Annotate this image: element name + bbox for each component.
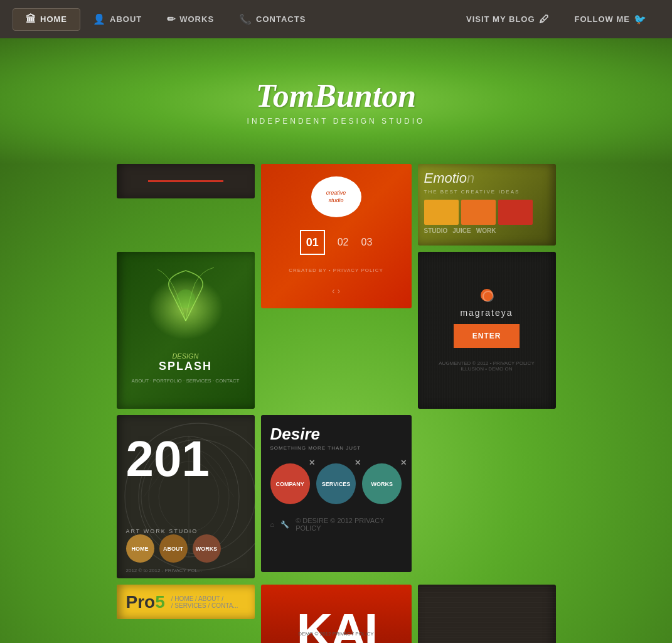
tile-red (498, 200, 533, 225)
blog-icon: 🖊 (539, 14, 550, 25)
nav-201-about[interactable]: ABOUT (159, 534, 188, 563)
num-03: 03 (361, 230, 373, 255)
emotion-title: Emotion (424, 170, 550, 186)
nav-about-label: ABOUT (110, 14, 142, 24)
pro5-prefix: Pro (126, 592, 156, 612)
tile-yellow (424, 200, 459, 225)
circle-services: services (316, 463, 356, 504)
hero-section: TomBunton INDEPENDENT DESIGN STUDIO (0, 38, 672, 164)
portfolio-item-emotion[interactable]: Emotion THE BEST CREATIVE IDEAS STUDIO J… (418, 164, 556, 246)
art-work-label: ART WORK STUDIO (126, 528, 198, 534)
nav-201-buttons: HOME ABOUT WORKS (126, 534, 221, 563)
pro5-links: / HOME / ABOUT / / SERVICES / CONTA... (171, 595, 238, 609)
site-title: TomBunton (256, 77, 416, 114)
site-subtitle: INDEPENDENT DESIGN STUDIO (247, 117, 425, 126)
nav-follow[interactable]: FOLLOW ME 🐦 (562, 8, 659, 30)
nav-home[interactable]: 🏛 HOME (13, 8, 80, 31)
portfolio-item-dark[interactable] (117, 164, 255, 198)
portfolio-area: creativestudio 01 02 03 CREATED BY • PRI… (0, 164, 672, 643)
portfolio-item-pro5[interactable]: Pro 5 / HOME / ABOUT / / SERVICES / CONT… (117, 585, 255, 619)
mag-name-label: magrateya (460, 308, 513, 318)
num-201-label: 201 (126, 434, 210, 484)
creative-arrows: ‹ › (332, 286, 340, 296)
mag-footer-text: AUGMENTED © 2012 • PRIVACY POLICYILLUSIO… (439, 360, 534, 372)
splash-text: DESIGN SPLASH ABOUT · PORTFOLIO · SERVIC… (132, 352, 240, 384)
mag-logo-icon (481, 289, 493, 301)
tile-orange (461, 200, 496, 225)
portfolio-item-magrateya[interactable]: magrateya enter AUGMENTED © 2012 • PRIVA… (418, 252, 556, 409)
nav-blog[interactable]: VISIT MY BLOG 🖊 (454, 9, 562, 30)
about-icon: 👤 (93, 13, 106, 25)
nav-home-label: HOME (40, 14, 67, 24)
svg-line-6 (189, 436, 234, 497)
orange-numbers: 01 02 03 (300, 230, 373, 255)
pro5-number: 5 (155, 592, 165, 612)
home-icon: 🏛 (26, 14, 36, 25)
main-nav: 🏛 HOME 👤 ABOUT ✏ WORKS 📞 CONTACTS VISIT … (0, 0, 672, 38)
circle-company: company (270, 463, 310, 504)
portfolio-item-interior[interactable]: Interior DEMO © 2012 PRIVACY POLICY (418, 585, 556, 643)
splash-svg (139, 264, 233, 327)
nav-201-works[interactable]: WORKS (193, 534, 221, 563)
num-02: 02 (338, 230, 349, 255)
portfolio-item-201[interactable]: 201 ART WORK STUDIO HOME ABOUT WORKS 201… (117, 415, 255, 578)
splash-nav: ABOUT · PORTFOLIO · SERVICES · CONTACT (132, 378, 240, 384)
contacts-icon: 📞 (239, 13, 252, 25)
nav-works-label: WORKS (179, 14, 214, 24)
portfolio-item-desire[interactable]: Desire SOMETHING MORE THAN JUST company … (261, 415, 412, 572)
creative-circle: creativestudio (311, 176, 361, 217)
desire-subtitle: SOMETHING MORE THAN JUST (270, 445, 402, 451)
nav-blog-label: VISIT MY BLOG (466, 14, 535, 24)
twitter-icon: 🐦 (634, 13, 647, 25)
portfolio-item-creative[interactable]: creativestudio 01 02 03 CREATED BY • PRI… (261, 164, 412, 308)
splash-design-label: DESIGN (132, 352, 240, 360)
splash-splash-label: SPLASH (132, 360, 240, 373)
svg-point-0 (176, 289, 195, 308)
red-bar (148, 180, 223, 182)
nav-201-home[interactable]: HOME (126, 534, 154, 563)
emotion-tiles (424, 200, 550, 225)
nav-contacts[interactable]: 📞 CONTACTS (227, 8, 318, 30)
circle-works: works (362, 463, 402, 504)
creative-footer: CREATED BY • PRIVACY POLICY (289, 267, 383, 273)
portfolio-item-splash[interactable]: DESIGN SPLASH ABOUT · PORTFOLIO · SERVIC… (117, 252, 255, 409)
desire-circles: company services works (270, 463, 402, 504)
nav-follow-label: FOLLOW ME (575, 14, 630, 24)
portfolio-grid: creativestudio 01 02 03 CREATED BY • PRI… (50, 164, 622, 643)
desire-title: Desire (270, 424, 402, 444)
mag-enter-button[interactable]: enter (454, 324, 520, 348)
desire-bottom-icons: ⌂ 🔧 © DESIRE © 2012 PRIVACY POLICY (270, 517, 402, 532)
emotion-labels: STUDIO JUICE WORK (424, 227, 550, 234)
emotion-subtitle: THE BEST CREATIVE IDEAS (424, 189, 550, 195)
kai-title: KAI (297, 607, 376, 643)
nav-contacts-label: CONTACTS (256, 14, 306, 24)
svg-line-5 (144, 436, 189, 497)
num-01: 01 (300, 230, 325, 255)
nav-works[interactable]: ✏ WORKS (154, 8, 227, 30)
nav-about[interactable]: 👤 ABOUT (80, 8, 154, 30)
201-footer: 2012 © to 2012 - PRIVACY POL... (126, 568, 202, 573)
works-icon: ✏ (167, 13, 176, 25)
